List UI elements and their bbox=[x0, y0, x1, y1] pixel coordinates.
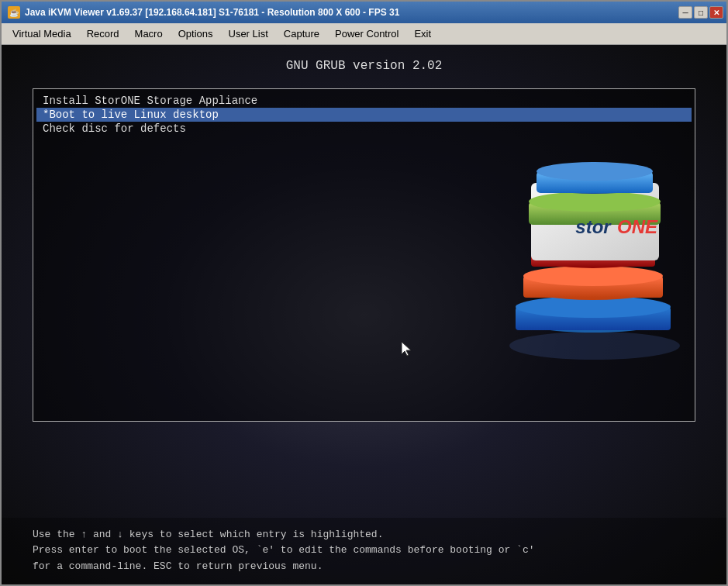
titlebar-buttons: ─ □ ✕ bbox=[678, 6, 723, 19]
menu-capture[interactable]: Capture bbox=[276, 26, 327, 42]
storone-logo: stor ONE bbox=[478, 121, 711, 369]
titlebar-left: ☕ Java iKVM Viewer v1.69.37 [192.168.64.… bbox=[8, 6, 399, 19]
menu-user-list[interactable]: User List bbox=[221, 26, 276, 42]
svg-point-6 bbox=[523, 266, 663, 286]
menu-power-control[interactable]: Power Control bbox=[327, 26, 406, 42]
svg-text:stor: stor bbox=[575, 216, 612, 237]
kvm-content[interactable]: GNU GRUB version 2.02 Install StorONE St… bbox=[2, 45, 726, 584]
titlebar: ☕ Java iKVM Viewer v1.69.37 [192.168.64.… bbox=[2, 2, 726, 23]
menu-exit[interactable]: Exit bbox=[406, 26, 439, 42]
menu-options[interactable]: Options bbox=[171, 26, 221, 42]
svg-text:ONE: ONE bbox=[617, 216, 658, 237]
menu-macro[interactable]: Macro bbox=[127, 26, 171, 42]
menu-virtual-media[interactable]: Virtual Media bbox=[5, 26, 79, 42]
main-window: ☕ Java iKVM Viewer v1.69.37 [192.168.64.… bbox=[0, 0, 728, 586]
minimize-button[interactable]: ─ bbox=[678, 6, 692, 19]
menu-record[interactable]: Record bbox=[79, 26, 127, 42]
grub-footer-line-1: Use the ↑ and ↓ keys to select which ent… bbox=[33, 527, 695, 543]
svg-point-13 bbox=[529, 191, 661, 212]
grub-item-install[interactable]: Install StorONE Storage Appliance bbox=[36, 94, 692, 108]
maximize-button[interactable]: □ bbox=[694, 6, 708, 19]
app-icon: ☕ bbox=[8, 6, 20, 19]
window-title: Java iKVM Viewer v1.69.37 [192.168.64.18… bbox=[25, 7, 399, 18]
menubar: Virtual Media Record Macro Options User … bbox=[2, 23, 726, 45]
svg-point-0 bbox=[509, 332, 680, 360]
close-button[interactable]: ✕ bbox=[709, 6, 723, 19]
grub-footer-line-2: Press enter to boot the selected OS, `e'… bbox=[33, 543, 695, 559]
grub-header: GNU GRUB version 2.02 bbox=[2, 45, 726, 82]
grub-footer-line-3: for a command-line. ESC to return previo… bbox=[33, 559, 695, 575]
grub-screen: GNU GRUB version 2.02 Install StorONE St… bbox=[2, 45, 726, 584]
grub-content-area: Install StorONE Storage Appliance *Boot … bbox=[2, 82, 726, 518]
grub-footer: Use the ↑ and ↓ keys to select which ent… bbox=[2, 518, 726, 584]
svg-point-16 bbox=[537, 162, 653, 181]
grub-item-boot-live[interactable]: *Boot to live Linux desktop bbox=[36, 108, 692, 122]
